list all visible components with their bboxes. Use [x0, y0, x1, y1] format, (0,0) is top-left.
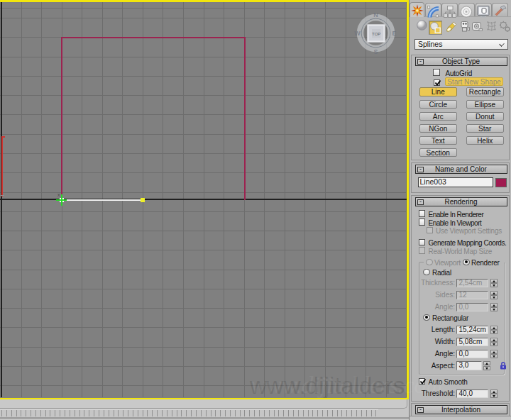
svg-text:TOP: TOP: [372, 31, 380, 35]
svg-text:E: E: [392, 30, 396, 37]
svg-text:S: S: [373, 48, 378, 55]
svg-text:N: N: [373, 11, 378, 18]
svg-text:W: W: [354, 30, 361, 37]
